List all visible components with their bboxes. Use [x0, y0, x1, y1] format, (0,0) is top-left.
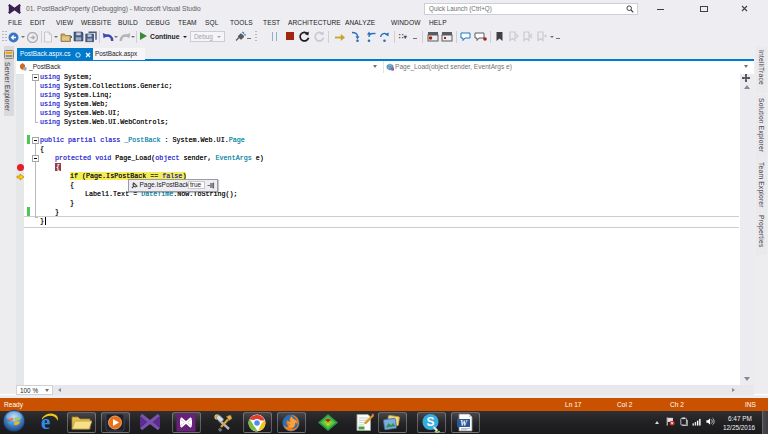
svg-text:W: W: [460, 419, 468, 428]
